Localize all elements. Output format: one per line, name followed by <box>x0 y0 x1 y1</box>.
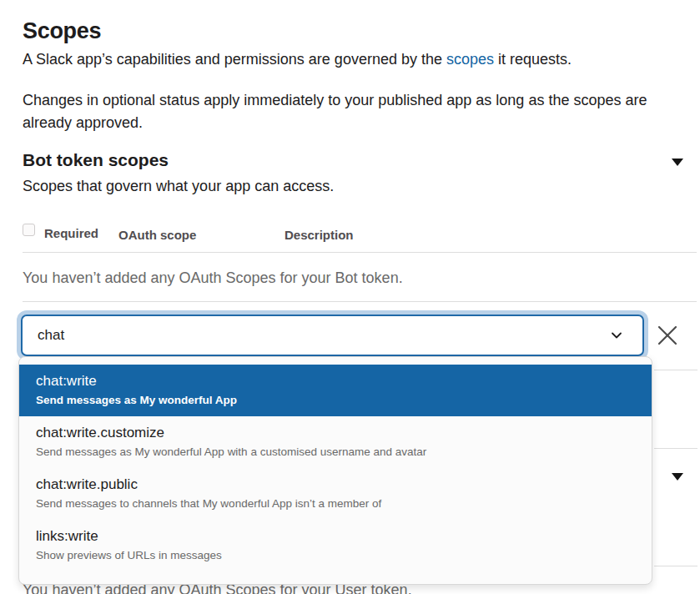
scope-option-name: chat:write.customize <box>36 424 635 441</box>
bot-token-scopes-heading: Bot token scopes <box>23 150 169 170</box>
scope-option-name: chat:write <box>36 372 635 390</box>
intro-paragraph: A Slack app’s capabilities and permissio… <box>23 51 686 68</box>
intro-text-post: it requests. <box>494 51 572 68</box>
scope-option-name: chat:write.public <box>36 476 635 493</box>
divider <box>654 448 697 449</box>
scope-option-links-write[interactable]: links:write Show previews of URLs in mes… <box>19 520 652 571</box>
bot-section-collapse-icon[interactable] <box>672 159 683 166</box>
bot-empty-message: You haven’t added any OAuth Scopes for y… <box>23 269 403 287</box>
scope-option-description: Send messages to channels that My wonder… <box>36 496 635 511</box>
scope-suggestions-dropdown: chat:write Send messages as My wonderful… <box>18 356 652 585</box>
scopes-link[interactable]: scopes <box>446 51 494 68</box>
scope-option-chat-write[interactable]: chat:write Send messages as My wonderful… <box>19 365 652 416</box>
scope-search-input[interactable] <box>21 315 644 356</box>
divider <box>23 252 697 253</box>
select-all-checkbox[interactable] <box>23 224 35 236</box>
intro-text-pre: A Slack app’s capabilities and permissio… <box>23 51 446 68</box>
page-title: Scopes <box>23 18 101 44</box>
scope-option-chat-write-public[interactable]: chat:write.public Send messages to chann… <box>19 468 652 520</box>
scope-option-chat-write-customize[interactable]: chat:write.customize Send messages as My… <box>19 416 652 468</box>
divider <box>654 566 697 566</box>
scope-option-description: Send messages as My wonderful App with a… <box>36 445 635 459</box>
close-icon[interactable] <box>656 324 679 347</box>
optional-status-note: Changes in optional status apply immedia… <box>23 89 683 134</box>
chevron-down-icon[interactable] <box>610 329 623 342</box>
scope-option-description: Send messages as My wonderful App <box>36 393 635 407</box>
scopes-page: Scopes A Slack app’s capabilities and pe… <box>0 0 700 594</box>
divider <box>23 301 697 302</box>
column-header-oauth-scope: OAuth scope <box>118 228 196 242</box>
scope-option-description: Show previews of URLs in messages <box>36 548 635 562</box>
user-section-collapse-icon[interactable] <box>672 473 683 481</box>
bot-section-subheading: Scopes that govern what your app can acc… <box>23 178 334 195</box>
column-header-required: Required <box>44 226 98 240</box>
divider <box>654 370 697 370</box>
scope-option-name: links:write <box>36 527 635 545</box>
column-header-description: Description <box>285 228 354 242</box>
